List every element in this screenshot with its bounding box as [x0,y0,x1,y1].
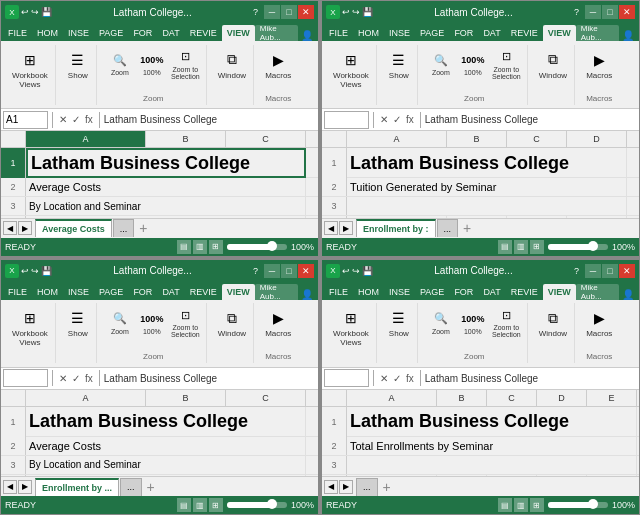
col-d-header-2[interactable]: D [567,131,627,147]
name-box-4[interactable] [324,369,369,387]
sheet-tab-dots-1[interactable]: ... [113,219,135,237]
sheet-tab-dots-2[interactable]: ... [437,219,459,237]
tab-file-3[interactable]: FILE [3,284,32,300]
window-btn-1[interactable]: ⧉ Window [215,47,249,82]
undo-icon-4[interactable]: ↩ [342,266,350,276]
page-view-btn-1[interactable]: ⊞ [209,240,223,254]
tab-dat-1[interactable]: DAT [157,25,184,41]
cell-a1-3[interactable]: Latham Business College [26,407,306,437]
user-avatar-4[interactable]: 👤 [619,289,637,300]
help-icon-1[interactable]: ? [253,7,258,17]
col-e-header-4[interactable]: E [587,390,637,406]
cell-a1-1[interactable]: Latham Business College [26,148,306,178]
macros-btn-1[interactable]: ▶ Macros [262,47,294,82]
tab-revie-3[interactable]: REVIE [185,284,222,300]
row-num-1-1[interactable]: 1 [1,148,26,178]
show-btn-1[interactable]: ☰ Show [64,47,92,82]
help-icon-2[interactable]: ? [574,7,579,17]
macros-btn-4[interactable]: ▶ Macros [583,305,615,340]
zoom-100-btn-1[interactable]: 100% 100% [137,50,167,77]
tab-hom-4[interactable]: HOM [353,284,384,300]
insert-fn-btn-1[interactable]: fx [83,114,95,125]
col-a-header-4[interactable]: A [347,390,437,406]
macros-btn-2[interactable]: ▶ Macros [583,47,615,82]
tab-nav-left-2[interactable]: ◀ [324,221,338,235]
zoom-slider-2[interactable] [548,244,608,250]
page-view-btn-3[interactable]: ⊞ [209,498,223,512]
tab-revie-4[interactable]: REVIE [506,284,543,300]
tab-for-4[interactable]: FOR [449,284,478,300]
col-b-header-2[interactable]: B [447,131,507,147]
row-num-3-4[interactable]: 3 [322,456,347,474]
zoom-sel-btn-4[interactable]: ⊡ Zoom toSelection [490,305,523,339]
confirm-formula-btn-4[interactable]: ✓ [391,373,403,384]
tab-page-3[interactable]: PAGE [94,284,128,300]
tab-file-1[interactable]: FILE [3,25,32,41]
cell-a2-2[interactable]: Tuition Generated by Seminar [347,178,627,196]
user-avatar-1[interactable]: 👤 [298,30,316,41]
tab-dat-3[interactable]: DAT [157,284,184,300]
maximize-btn-2[interactable]: □ [602,5,618,19]
zoom-btn-1[interactable]: 🔍 Zoom [105,50,135,77]
tab-revie-1[interactable]: REVIE [185,25,222,41]
normal-view-btn-3[interactable]: ▤ [177,498,191,512]
col-b-header-1[interactable]: B [146,131,226,147]
save-icon-1[interactable]: 💾 [41,7,52,17]
tab-nav-left-4[interactable]: ◀ [324,480,338,494]
add-sheet-btn-2[interactable]: + [459,220,475,236]
col-b-header-3[interactable]: B [146,390,226,406]
row-num-2-1[interactable]: 2 [1,178,26,196]
workbook-views-btn-4[interactable]: ⊞ WorkbookViews [330,305,372,349]
cell-a2-3[interactable]: Average Costs [26,437,306,455]
name-box-2[interactable] [324,111,369,129]
tab-view-3[interactable]: VIEW [222,284,255,300]
show-btn-2[interactable]: ☰ Show [385,47,413,82]
sheet-tab-dots-3[interactable]: ... [120,478,142,496]
show-btn-4[interactable]: ☰ Show [385,305,413,340]
row-num-2-2[interactable]: 2 [322,178,347,196]
close-btn-1[interactable]: ✕ [298,5,314,19]
layout-view-btn-1[interactable]: ▥ [193,240,207,254]
row-num-3-3[interactable]: 3 [1,456,26,474]
tab-inse-2[interactable]: INSE [384,25,415,41]
workbook-views-btn-2[interactable]: ⊞ WorkbookViews [330,47,372,91]
minimize-btn-3[interactable]: ─ [264,264,280,278]
row-num-1-4[interactable]: 1 [322,407,347,437]
maximize-btn-4[interactable]: □ [602,264,618,278]
add-sheet-btn-3[interactable]: + [143,479,159,495]
undo-icon-3[interactable]: ↩ [21,266,29,276]
zoom-btn-4[interactable]: 🔍 Zoom [426,309,456,336]
insert-fn-btn-3[interactable]: fx [83,373,95,384]
redo-icon-2[interactable]: ↪ [352,7,360,17]
layout-view-btn-2[interactable]: ▥ [514,240,528,254]
sheet-tab-avg-costs-1[interactable]: Average Costs [35,219,112,237]
user-avatar-3[interactable]: 👤 [298,289,316,300]
zoom-btn-3[interactable]: 🔍 Zoom [105,309,135,336]
row-num-2-4[interactable]: 2 [322,437,347,455]
undo-icon-1[interactable]: ↩ [21,7,29,17]
close-btn-2[interactable]: ✕ [619,5,635,19]
redo-icon-3[interactable]: ↪ [31,266,39,276]
tab-user-3[interactable]: Mike Aub... [255,284,298,300]
tab-for-2[interactable]: FOR [449,25,478,41]
zoom-slider-1[interactable] [227,244,287,250]
redo-icon-1[interactable]: ↪ [31,7,39,17]
window-btn-4[interactable]: ⧉ Window [536,305,570,340]
name-box-1[interactable]: A1 [3,111,48,129]
window-btn-3[interactable]: ⧉ Window [215,305,249,340]
row-num-3-1[interactable]: 3 [1,197,26,215]
zoom-sel-btn-2[interactable]: ⊡ Zoom toSelection [490,47,523,81]
workbook-views-btn-3[interactable]: ⊞ WorkbookViews [9,305,51,349]
insert-fn-btn-4[interactable]: fx [404,373,416,384]
tab-for-3[interactable]: FOR [128,284,157,300]
close-btn-4[interactable]: ✕ [619,264,635,278]
tab-hom-3[interactable]: HOM [32,284,63,300]
zoom-100-btn-2[interactable]: 100% 100% [458,50,488,77]
cell-a2-1[interactable]: Average Costs [26,178,306,196]
normal-view-btn-4[interactable]: ▤ [498,498,512,512]
layout-view-btn-4[interactable]: ▥ [514,498,528,512]
layout-view-btn-3[interactable]: ▥ [193,498,207,512]
col-c-header-4[interactable]: C [487,390,537,406]
cell-a1-2[interactable]: Latham Business College [347,148,627,178]
page-view-btn-4[interactable]: ⊞ [530,498,544,512]
